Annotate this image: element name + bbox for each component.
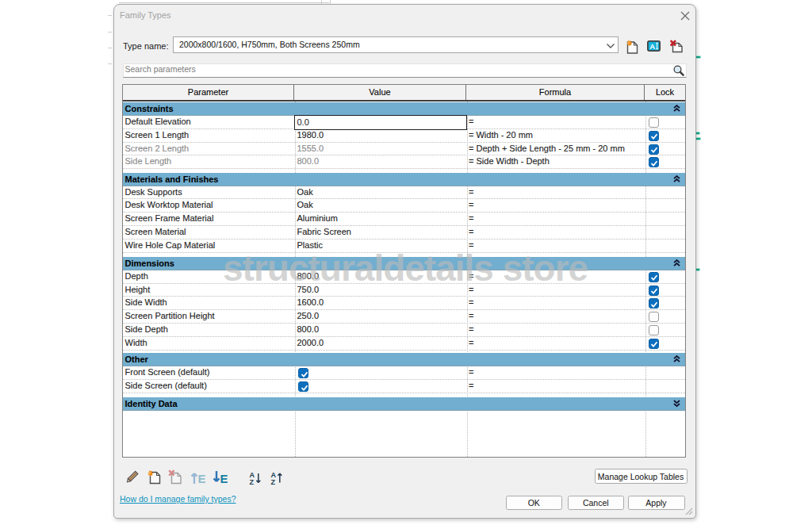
svg-text:E: E [220,472,228,485]
svg-text:A: A [649,41,655,50]
svg-text:Z: Z [271,478,276,486]
svg-text:E: E [198,472,206,485]
svg-text:Z: Z [250,478,255,486]
